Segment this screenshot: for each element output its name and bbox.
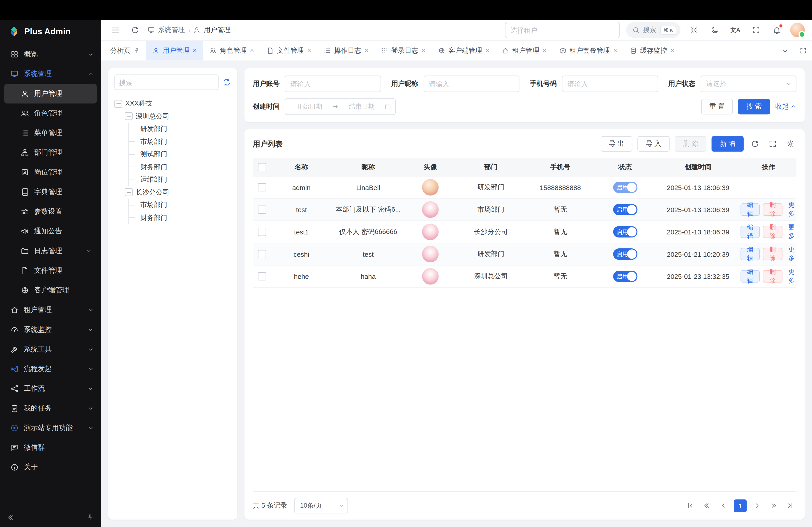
close-icon[interactable]: ✕: [542, 48, 547, 54]
tab-cache-monitor[interactable]: 缓存监控 ✕: [624, 41, 681, 60]
refresh-page-icon[interactable]: [128, 23, 142, 37]
edit-button[interactable]: 编 辑: [740, 203, 760, 216]
tab-analysis-page[interactable]: 分析页: [104, 41, 146, 60]
bulk-delete-button[interactable]: 删 除: [675, 136, 707, 152]
sidebar-item-dictionary-management[interactable]: 字典管理: [4, 182, 97, 202]
phone-input[interactable]: [562, 76, 658, 92]
notifications-bell-icon[interactable]: [770, 23, 784, 37]
reset-button[interactable]: 重 置: [701, 99, 733, 115]
sidebar-item-user-management[interactable]: 用户管理: [4, 84, 97, 104]
close-icon[interactable]: ✕: [250, 48, 254, 54]
sidebar-item-department-management[interactable]: 部门管理: [4, 143, 97, 163]
delete-button[interactable]: 删 除: [763, 203, 782, 216]
page-size-select[interactable]: 10条/页: [294, 498, 348, 513]
sidebar-item-my-tasks[interactable]: 我的任务: [0, 398, 101, 418]
tree-search-input[interactable]: [114, 75, 218, 90]
dark-mode-moon-icon[interactable]: [707, 23, 722, 37]
sidebar-item-file-management[interactable]: 文件管理: [4, 261, 97, 281]
tab-user-management[interactable]: 用户管理 ✕: [146, 41, 203, 60]
tenant-select-input[interactable]: [505, 21, 620, 38]
row-checkbox[interactable]: [258, 272, 266, 281]
close-icon[interactable]: ✕: [421, 48, 426, 54]
table-settings-icon[interactable]: [784, 138, 796, 150]
close-icon[interactable]: ✕: [670, 48, 675, 54]
sidebar-item-wechat-group[interactable]: 微信群: [0, 438, 101, 457]
sidebar-item-client-management[interactable]: 客户端管理: [4, 281, 97, 300]
fullscreen-icon[interactable]: [749, 23, 763, 37]
status-toggle[interactable]: 启用: [613, 226, 637, 238]
close-icon[interactable]: ✕: [193, 48, 197, 54]
select-all-checkbox[interactable]: [258, 163, 266, 171]
sidebar-item-system-tools[interactable]: 系统工具: [0, 340, 101, 359]
status-toggle[interactable]: 启用: [613, 204, 637, 215]
status-toggle[interactable]: 启用: [613, 182, 637, 193]
status-select[interactable]: 请选择: [700, 76, 796, 92]
date-range-picker[interactable]: 开始日期 结束日期: [285, 98, 396, 115]
prev-page-icon[interactable]: [717, 499, 730, 512]
content-fullscreen-icon[interactable]: [794, 41, 812, 60]
tabs-dropdown-icon[interactable]: [776, 41, 794, 60]
tab-tenant-package-management[interactable]: 租户套餐管理 ✕: [553, 41, 623, 60]
tree-node-company[interactable]: XXX科技: [114, 97, 231, 110]
breadcrumb-parent[interactable]: 系统管理: [158, 25, 185, 34]
account-input[interactable]: [285, 76, 381, 92]
close-icon[interactable]: ✕: [485, 48, 490, 54]
tree-node-department[interactable]: 运维部门: [129, 174, 231, 186]
row-checkbox[interactable]: [258, 183, 266, 192]
delete-button[interactable]: 删 除: [763, 226, 782, 238]
table-fullscreen-icon[interactable]: [766, 138, 779, 150]
tree-node-branch[interactable]: 长沙分公司: [125, 186, 231, 199]
sidebar-item-notice-announcement[interactable]: 通知公告: [4, 222, 97, 241]
tab-login-log[interactable]: 登录日志 ✕: [375, 41, 432, 60]
sidebar-item-about[interactable]: 关于: [0, 457, 101, 477]
first-page-icon[interactable]: [684, 499, 697, 512]
tab-operation-log[interactable]: 操作日志 ✕: [318, 41, 375, 60]
sidebar-item-menu-management[interactable]: 菜单管理: [4, 123, 97, 143]
tree-node-department[interactable]: 测试部门: [129, 148, 231, 161]
pin-icon[interactable]: [133, 48, 140, 54]
sidebar-item-role-management[interactable]: 角色管理: [4, 104, 97, 123]
sidebar-item-system-management[interactable]: 系统管理: [0, 64, 101, 84]
collapse-box-icon[interactable]: [125, 189, 132, 196]
edit-button[interactable]: 编 辑: [740, 248, 760, 260]
more-link[interactable]: 更多: [786, 245, 796, 263]
nickname-input[interactable]: [423, 76, 520, 92]
sidebar-item-overview[interactable]: 概览: [0, 44, 101, 64]
tab-tenant-management[interactable]: 租户管理 ✕: [496, 41, 553, 60]
tab-client-management[interactable]: 客户端管理 ✕: [432, 41, 496, 60]
tab-role-management[interactable]: 角色管理 ✕: [203, 41, 260, 60]
status-toggle[interactable]: 启用: [613, 271, 637, 282]
sidebar-item-tenant-management[interactable]: 租户管理: [0, 300, 101, 320]
pin-sidebar-icon[interactable]: [86, 514, 93, 521]
more-link[interactable]: 更多: [786, 268, 796, 285]
jump-back-icon[interactable]: [700, 499, 713, 512]
status-toggle[interactable]: 启用: [613, 249, 637, 260]
tree-node-department[interactable]: 市场部门: [129, 135, 231, 148]
sidebar-item-parameter-settings[interactable]: 参数设置: [4, 202, 97, 221]
user-avatar[interactable]: [791, 23, 805, 37]
sidebar-item-demo-features[interactable]: 演示站专用功能: [0, 418, 101, 438]
import-button[interactable]: 导 入: [638, 136, 669, 152]
edit-button[interactable]: 编 辑: [740, 270, 760, 283]
sidebar-item-process-initiation[interactable]: 流程发起: [0, 359, 101, 379]
translate-icon[interactable]: 文A: [728, 23, 742, 37]
row-checkbox[interactable]: [258, 228, 266, 236]
collapse-sidebar-icon[interactable]: [7, 514, 14, 521]
sidebar-item-post-management[interactable]: 岗位管理: [4, 163, 97, 182]
tree-node-department[interactable]: 财务部门: [129, 211, 231, 224]
more-link[interactable]: 更多: [786, 201, 796, 219]
add-user-button[interactable]: 新 增: [712, 136, 743, 152]
row-checkbox[interactable]: [258, 250, 266, 258]
delete-button[interactable]: 删 除: [763, 248, 782, 260]
tree-node-department[interactable]: 财务部门: [129, 161, 231, 174]
edit-button[interactable]: 编 辑: [740, 226, 760, 238]
more-link[interactable]: 更多: [786, 223, 796, 241]
row-checkbox[interactable]: [258, 205, 266, 214]
export-button[interactable]: 导 出: [600, 136, 632, 152]
collapse-box-icon[interactable]: [125, 112, 132, 120]
sidebar-item-system-monitoring[interactable]: 系统监控: [0, 320, 101, 340]
global-search-button[interactable]: 搜索 ⌘ K: [626, 22, 681, 38]
collapse-filters-link[interactable]: 收起: [775, 102, 796, 111]
next-page-icon[interactable]: [751, 499, 763, 512]
close-icon[interactable]: ✕: [307, 48, 311, 54]
